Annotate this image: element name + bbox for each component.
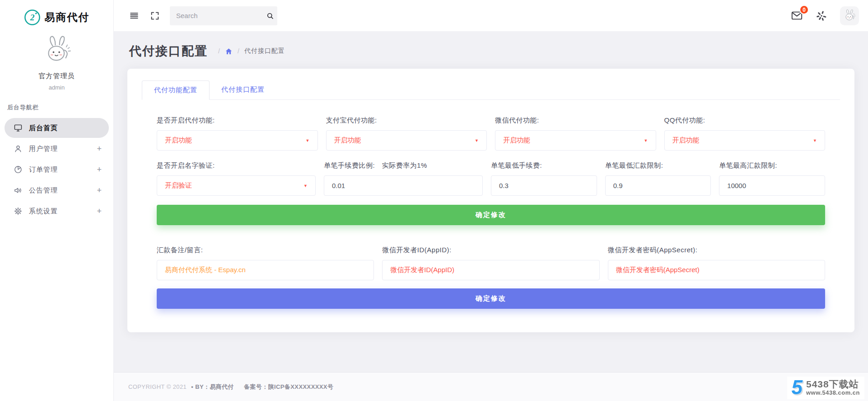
apps-button[interactable] — [814, 8, 829, 24]
select-value: 开启功能 — [672, 136, 813, 145]
watermark: 5 5438下载站 www.5438.com.cn — [787, 377, 865, 399]
watermark-url: www.5438.com.cn — [806, 389, 860, 396]
field-label: 是否开启名字验证: — [157, 161, 316, 170]
footer-icp-text: 备案号：陕ICP备XXXXXXXXX号 — [244, 383, 333, 391]
field-label: 单笔手续费比例: 实际费率为1% — [324, 161, 483, 170]
select-value: 开启功能 — [503, 136, 644, 145]
tab-daifu-api-config[interactable]: 代付接口配置 — [210, 80, 276, 100]
expand-plus-icon[interactable]: + — [97, 165, 102, 175]
select-value: 开启功能 — [334, 136, 475, 145]
gear-icon — [14, 207, 23, 216]
sidebar-item-dashboard[interactable]: 后台首页 — [5, 118, 109, 138]
user-name: 官方管理员 — [0, 72, 113, 80]
input-min-fee[interactable] — [491, 175, 597, 196]
monitor-icon — [14, 123, 23, 132]
field-label: 微信开发者密码(AppSecret): — [608, 246, 825, 255]
sidebar-item-label: 后台首页 — [29, 124, 58, 132]
breadcrumb-current: 代付接口配置 — [244, 47, 285, 55]
select-wechat-daifu[interactable]: 开启功能 ▼ — [495, 130, 656, 151]
daifu-settings-form: 是否开启代付功能: 开启功能 ▼ 支付宝代付功能: 开启功能 ▼ — [157, 116, 825, 309]
search-input[interactable] — [176, 12, 266, 19]
field-label: 单笔最低汇款限制: — [605, 161, 711, 170]
field-label: 支付宝代付功能: — [326, 116, 487, 125]
topbar: 0 — [114, 0, 868, 32]
tab-daifu-function-config[interactable]: 代付功能配置 — [142, 80, 210, 100]
input-remit-memo[interactable] — [157, 260, 374, 280]
chevron-down-icon: ▼ — [306, 138, 310, 143]
watermark-site-name: 5438下载站 — [806, 379, 860, 389]
hamburger-icon — [129, 11, 139, 21]
fullscreen-button[interactable] — [148, 9, 162, 23]
sidebar-item-announcements[interactable]: 公告管理 + — [5, 180, 109, 200]
settings-card: 代付功能配置 代付接口配置 是否开启代付功能: 开启功能 ▼ 支付宝代付功能: — [127, 69, 854, 332]
field-label: 汇款备注/留言: — [157, 246, 374, 255]
tab-bar: 代付功能配置 代付接口配置 — [142, 80, 840, 100]
breadcrumb: 代付接口配置 / / 代付接口配置 — [114, 32, 868, 69]
input-max-remit-limit[interactable] — [719, 175, 825, 196]
sidebar-item-users[interactable]: 用户管理 + — [5, 139, 109, 159]
field-label: 单笔最高汇款限制: — [719, 161, 825, 170]
brand-logo-icon: 2 — [24, 9, 41, 26]
confirm-functions-button[interactable]: 确定修改 — [157, 205, 825, 225]
expand-plus-icon[interactable]: + — [97, 186, 102, 195]
field-label: 微信代付功能: — [495, 116, 656, 125]
notification-badge: 0 — [799, 5, 809, 14]
footer: COPYRIGHT © 2021 • BY：易商代付 备案号：陕ICP备XXXX… — [114, 372, 868, 401]
field-label: 是否开启代付功能: — [157, 116, 318, 125]
pie-chart-icon — [14, 165, 23, 174]
select-enable-daifu[interactable]: 开启功能 ▼ — [157, 130, 318, 151]
footer-by-text: • BY：易商代付 — [191, 383, 234, 391]
messages-button[interactable]: 0 — [791, 9, 803, 22]
brand: 2 易商代付 — [0, 0, 113, 28]
field-label: 单笔最低手续费: — [491, 161, 597, 170]
expand-plus-icon[interactable]: + — [97, 144, 102, 154]
sidebar-item-label: 用户管理 — [29, 145, 58, 153]
select-value: 开启验证 — [165, 181, 303, 190]
sidebar-item-label: 订单管理 — [29, 165, 58, 174]
topbar-avatar[interactable] — [840, 6, 859, 25]
copyright-text: COPYRIGHT © 2021 — [128, 383, 187, 390]
field-label: QQ代付功能: — [664, 116, 826, 125]
user-profile: 官方管理员 admin — [0, 28, 113, 91]
input-wechat-appid[interactable] — [382, 260, 599, 280]
sidebar-item-label: 公告管理 — [29, 186, 58, 195]
sidebar: 2 易商代付 官方管理员 admin 后台导航栏 后台首页 用户管理 + — [0, 0, 114, 401]
input-min-remit-limit[interactable] — [605, 175, 711, 196]
select-alipay-daifu[interactable]: 开启功能 ▼ — [326, 130, 487, 151]
user-avatar — [37, 34, 76, 67]
fullscreen-icon — [150, 11, 160, 21]
brand-name: 易商代付 — [45, 10, 90, 24]
chevron-down-icon: ▼ — [813, 138, 817, 143]
confirm-secrets-button[interactable]: 确定修改 — [157, 288, 825, 309]
chevron-down-icon: ▼ — [644, 138, 648, 143]
breadcrumb-separator: / — [218, 47, 220, 55]
sidebar-item-label: 系统设置 — [29, 207, 58, 216]
input-wechat-appsecret[interactable] — [608, 260, 825, 280]
expand-plus-icon[interactable]: + — [97, 207, 102, 216]
search-bar — [170, 6, 277, 25]
select-value: 开启功能 — [165, 136, 306, 145]
sidebar-item-settings[interactable]: 系统设置 + — [5, 201, 109, 221]
content-area: 代付接口配置 / / 代付接口配置 代付功能配置 代付接口配置 是否开启代付功能… — [114, 32, 868, 372]
home-icon[interactable] — [225, 47, 233, 55]
page-title: 代付接口配置 — [129, 43, 208, 59]
field-label: 微信开发者ID(AppID): — [382, 246, 599, 255]
user-role: admin — [0, 84, 113, 91]
chevron-down-icon: ▼ — [303, 184, 308, 188]
user-icon — [14, 144, 23, 153]
scatter-pills-icon — [816, 10, 827, 22]
breadcrumb-separator: / — [238, 47, 239, 55]
search-icon[interactable] — [266, 12, 274, 20]
watermark-logo: 5 — [792, 378, 803, 396]
speaker-icon — [14, 186, 23, 195]
sidebar-section-label: 后台导航栏 — [7, 104, 113, 112]
sidebar-item-orders[interactable]: 订单管理 + — [5, 160, 109, 179]
select-qq-daifu[interactable]: 开启功能 ▼ — [664, 130, 826, 151]
svg-text:2: 2 — [29, 13, 34, 22]
sidebar-nav: 后台首页 用户管理 + 订单管理 + 公告管理 + — [0, 118, 113, 221]
chevron-down-icon: ▼ — [475, 138, 479, 143]
menu-toggle-button[interactable] — [127, 9, 141, 23]
input-fee-ratio[interactable] — [324, 175, 483, 196]
select-name-verify[interactable]: 开启验证 ▼ — [157, 175, 316, 196]
avatar-rabbit-icon — [841, 9, 858, 23]
